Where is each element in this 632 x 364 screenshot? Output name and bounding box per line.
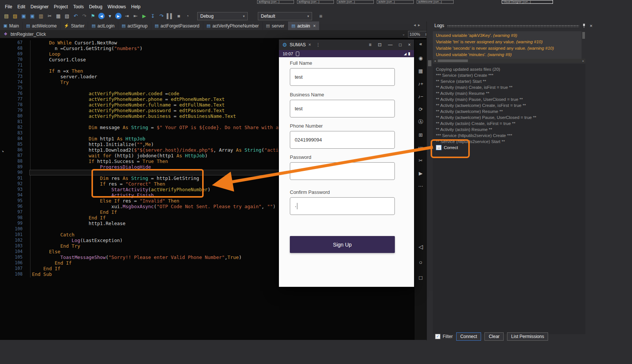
cut-icon[interactable]: ✂ <box>46 13 53 20</box>
maximize-icon[interactable]: □ <box>399 42 402 47</box>
build-configuration-select[interactable]: Debug ▾ <box>197 12 248 20</box>
menu-edit[interactable]: Edit <box>15 3 28 10</box>
dialpad-icon[interactable]: ▦ <box>414 64 427 77</box>
tab-Starter[interactable]: ⚡Starter <box>61 21 88 30</box>
list-permissions-button[interactable]: List Permissions <box>507 332 548 341</box>
warnings-horizontal-scrollbar[interactable]: ◂ ▸ <box>433 59 585 63</box>
navigate-drop-icon[interactable]: ▾ <box>107 13 113 20</box>
designer-selector[interactable]: actsiin (curr...) <box>377 0 414 4</box>
tab-actsiin[interactable]: ▤actsiin× <box>288 21 319 30</box>
navigate-forward-icon[interactable]: ▶ <box>115 13 122 19</box>
save-icon[interactable]: ▣ <box>20 13 27 20</box>
close-tab-icon[interactable]: × <box>308 42 311 47</box>
warnings-vertical-scrollbar[interactable] <box>582 31 585 58</box>
tab-actWelcome[interactable]: ▤actWelcome <box>23 21 60 30</box>
navigate-back-icon[interactable]: ◀ <box>98 13 105 19</box>
close-icon[interactable]: × <box>408 42 411 47</box>
editor-vertical-scrollbar[interactable] <box>426 21 433 341</box>
tab-Main[interactable]: ▣Main <box>0 21 23 30</box>
tab-actVerifyPhoneNumber[interactable]: ▤actVerifyPhoneNumber <box>203 21 263 30</box>
designer-selector[interactable]: actWelcome (curr...) <box>417 0 454 4</box>
zoom-select[interactable]: 100% ▲▼ <box>408 31 428 38</box>
password-input[interactable]: · <box>290 162 395 180</box>
filter-checkbox[interactable]: ✓ <box>435 334 440 339</box>
popout-icon[interactable]: ⊡ <box>378 42 382 47</box>
emulator-titlebar[interactable]: ⚙ SUMAS × ⋮ ≡ ⊡ — □ × <box>279 40 414 50</box>
scrollbar-thumb[interactable] <box>438 59 468 62</box>
connect-button[interactable]: Connect <box>456 332 481 341</box>
kebab-menu-icon[interactable]: ⋮ <box>316 42 320 47</box>
current-method-name[interactable]: btnRegister_Click <box>11 32 46 37</box>
volume-up-icon[interactable]: ♪+ <box>414 77 427 90</box>
code-text: n =Cursor1.GetString("numbers") <box>32 46 143 51</box>
scroll-right-icon[interactable]: ▸ <box>581 59 585 62</box>
screenshot-icon[interactable]: ✂ <box>414 154 427 167</box>
scroll-left-icon[interactable]: ◂ <box>433 59 437 62</box>
outdent-icon[interactable]: ⇤ <box>132 13 139 20</box>
step-into-icon[interactable]: ↧ <box>149 13 156 20</box>
tab-server[interactable]: ▤server <box>263 21 288 30</box>
volume-down-icon[interactable]: ♪− <box>414 90 427 103</box>
timer-icon[interactable]: ◔ <box>184 13 191 20</box>
close-tab-icon[interactable]: × <box>313 23 316 29</box>
indent-icon[interactable]: ⇥ <box>123 13 130 20</box>
designer-selector[interactable]: actSignup (curr...) <box>297 0 334 4</box>
activity-indicator-icon: ◔ <box>1 148 4 155</box>
menu-designer[interactable]: Designer <box>28 3 51 10</box>
menu-debug[interactable]: Debug <box>86 3 105 10</box>
bookmark-icon[interactable]: ⚑ <box>90 13 96 20</box>
collapse-panel-icon[interactable]: « <box>414 41 427 47</box>
menu-project[interactable]: Project <box>51 3 70 10</box>
open-project-icon[interactable]: ▨ <box>12 13 18 20</box>
install-apk-icon[interactable]: APK <box>414 141 427 154</box>
run-icon[interactable]: ▶ <box>141 13 148 20</box>
minimize-icon[interactable]: — <box>388 42 393 47</box>
export-icon[interactable]: ▥ <box>38 13 44 20</box>
filter-profile-select[interactable]: Default ▾ <box>258 12 312 20</box>
power-icon[interactable]: ◉ <box>414 52 427 64</box>
menu-tools[interactable]: Tools <box>70 3 86 10</box>
clear-button[interactable]: Clear <box>484 332 504 341</box>
tab-actForgetPassword[interactable]: ▤actForgetPassword <box>151 21 203 30</box>
android-recents-icon[interactable]: □ <box>414 270 427 285</box>
pin-icon[interactable] <box>582 23 586 28</box>
full-name-input[interactable]: test <box>290 68 395 86</box>
chevron-down-icon[interactable]: ⌄ <box>402 32 405 36</box>
paste-icon[interactable]: ▧ <box>64 13 70 20</box>
designer-selector[interactable]: actsiin (curr...) <box>337 0 374 4</box>
designer-selector[interactable]: Visual Designer (curr...) <box>502 0 553 4</box>
menu-icon[interactable]: ≡ <box>369 42 372 47</box>
android-home-icon[interactable]: ○ <box>414 254 427 270</box>
business-name-input[interactable]: test <box>290 100 395 117</box>
undo-icon[interactable]: ↶ <box>72 13 79 20</box>
close-icon[interactable]: × <box>589 23 592 29</box>
tab-scroll-arrows[interactable]: ◂▸ <box>414 23 422 27</box>
step-over-icon[interactable]: ↷ <box>158 13 165 20</box>
scrollbar-thumb[interactable] <box>428 60 431 66</box>
designer-selector[interactable]: actSignup (curr...) <box>257 0 294 4</box>
profiles-list-icon[interactable]: ≡ <box>319 13 322 19</box>
phone-number-input[interactable]: 0241999094 <box>290 131 395 149</box>
screen-record-icon[interactable]: ▶ <box>414 167 427 180</box>
menu-file[interactable]: File <box>2 3 15 10</box>
menu-help[interactable]: Help <box>129 3 143 10</box>
log-message: ** Activity (actsiin) Resume ** <box>433 126 585 133</box>
redo-icon[interactable]: ↷ <box>81 13 88 20</box>
sign-up-button[interactable]: Sign Up <box>290 236 395 253</box>
tab-actLogin[interactable]: ▤actLogin <box>88 21 118 30</box>
tab-actSignup[interactable]: ▤actSignup <box>118 21 151 30</box>
b4a-ide-window: actSignup (curr...)actSignup (curr...)ac… <box>0 0 632 364</box>
pause-icon[interactable]: ▌▌ <box>167 13 174 20</box>
android-back-icon[interactable]: ◁ <box>414 239 427 254</box>
copy-icon[interactable]: ▦ <box>55 13 62 20</box>
confirm-password-input[interactable]: · <box>290 197 395 215</box>
new-window-icon[interactable]: ⊞ <box>414 128 427 141</box>
text-input-icon[interactable]: Ⓐ <box>414 116 427 128</box>
more-options-icon[interactable]: ⋯ <box>414 180 427 192</box>
menu-windows[interactable]: Windows <box>105 3 129 10</box>
stop-icon[interactable]: ■ <box>175 13 182 20</box>
rotate-screen-icon[interactable]: ⟳ <box>414 103 427 116</box>
scrollbar-thumb[interactable] <box>582 32 585 39</box>
new-module-icon[interactable]: ▤ <box>3 13 10 20</box>
save-all-icon[interactable]: ▣ <box>29 13 36 20</box>
